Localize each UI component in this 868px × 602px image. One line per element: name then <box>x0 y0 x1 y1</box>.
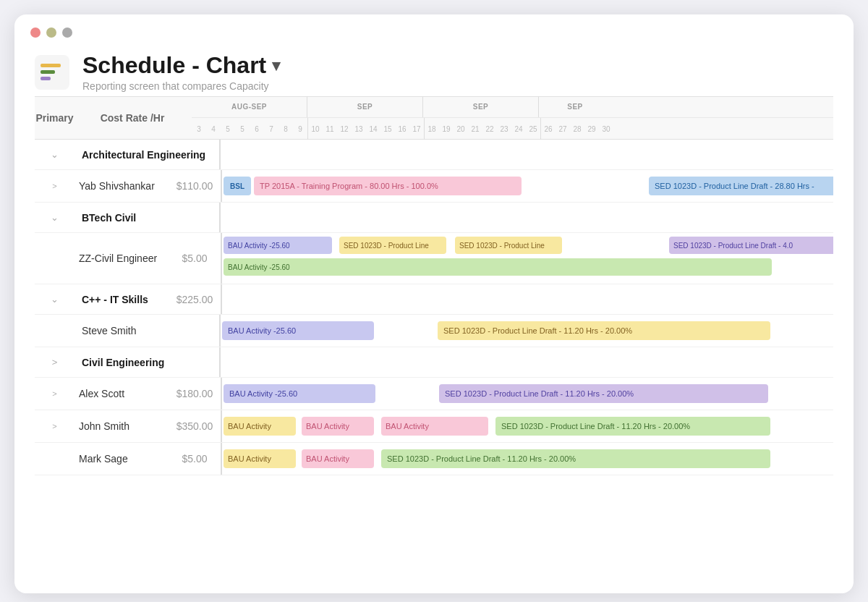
date-group-aug-sep: AUG-SEP <box>192 96 307 117</box>
group-row-cpp: ⌄ C++ - IT Skills $225.00 <box>35 284 833 315</box>
zz-chart: BAU Activity -25.60 SED 1023D - Product … <box>222 233 833 284</box>
yab-name: Yab Shivshankar <box>75 170 169 202</box>
civil-chevron[interactable]: > <box>35 347 75 377</box>
cpp-chevron[interactable]: ⌄ <box>35 284 75 314</box>
bar-sed-zz2[interactable]: SED 1023D - Product Line <box>339 237 446 254</box>
john-expand[interactable]: > <box>35 410 75 442</box>
person-row-mark: Mark Sage $5.00 BAU Activity BAU Activit… <box>35 443 833 475</box>
person-row-steve: Steve Smith BAU Activity -25.60 SED 1023… <box>35 315 833 347</box>
yab-chart: BSL TP 2015A - Training Program - 80.00 … <box>222 170 833 202</box>
cpp-chart <box>222 284 833 314</box>
date-8: 8 <box>278 125 293 133</box>
bar-sed-steve[interactable]: SED 1023D - Product Line Draft - 11.20 H… <box>438 321 770 340</box>
mark-cost: $5.00 <box>169 443 221 475</box>
yab-cost: $110.00 <box>169 170 221 202</box>
date-group-sep1: SEP <box>307 96 423 117</box>
header-cost: Cost Rate /Hr <box>75 112 190 124</box>
cpp-cost: $225.00 <box>169 284 221 314</box>
person-row-alex: > Alex Scott $180.00 BAU Activity -25.60… <box>35 378 833 410</box>
bar-bau-john2[interactable]: BAU Activity <box>302 417 374 436</box>
bar-bsl[interactable]: BSL <box>224 177 251 195</box>
civil-eng-name: Civil Engineering <box>75 347 219 377</box>
group-row-civil-eng: > Civil Engineering <box>35 347 833 378</box>
zz-cost: $5.00 <box>169 233 221 284</box>
bar-tp2015a[interactable]: TP 2015A - Training Program - 80.00 Hrs … <box>254 177 522 195</box>
arch-eng-chevron[interactable]: ⌄ <box>35 140 75 169</box>
icon-line-yellow <box>41 64 61 67</box>
page-subtitle: Reporting screen that compares Capacity <box>82 80 280 92</box>
date-group-sep3: SEP <box>539 96 611 117</box>
person-row-john: > John Smith $350.00 BAU Activity BAU Ac… <box>35 410 833 443</box>
zz-expand <box>35 233 75 284</box>
date-groups-row: AUG-SEP SEP SEP SEP <box>192 96 833 118</box>
bar-sed-alex[interactable]: SED 1023D - Product Line Draft - 11.20 H… <box>439 384 768 403</box>
btech-chevron[interactable]: ⌄ <box>35 203 75 232</box>
arch-eng-chart <box>221 140 833 169</box>
icon-line-green <box>41 70 55 74</box>
john-chart: BAU Activity BAU Activity BAU Activity S… <box>222 410 833 442</box>
person-row-zz: ZZ-Civil Engineer $5.00 BAU Activity -25… <box>35 233 833 284</box>
cpp-name: C++ - IT Skills <box>75 284 169 314</box>
table-body: ⌄ Architectural Engineering > Yab Shivsh… <box>35 140 833 475</box>
person-row-yab: > Yab Shivshankar $110.00 BSL TP 2015A -… <box>35 170 833 203</box>
steve-chart: BAU Activity -25.60 SED 1023D - Product … <box>221 315 833 347</box>
page-title: Schedule - Chart ▾ <box>82 52 280 79</box>
bar-bau-mark1[interactable]: BAU Activity <box>224 449 296 468</box>
bar-bau-zz-row2[interactable]: BAU Activity -25.60 <box>224 258 772 276</box>
bar-sed-zz3[interactable]: SED 1023D - Product Line <box>455 237 562 254</box>
header-primary: Primary <box>35 112 75 124</box>
alex-name: Alex Scott <box>75 378 169 410</box>
alex-chart: BAU Activity -25.60 SED 1023D - Product … <box>222 378 833 410</box>
date-3: 3 <box>192 125 206 133</box>
date-7: 7 <box>264 125 278 133</box>
bar-sed-john[interactable]: SED 1023D - Product Line Draft - 11.20 H… <box>495 417 770 436</box>
bar-bau-steve[interactable]: BAU Activity -25.60 <box>222 321 374 340</box>
app-header: Schedule - Chart ▾ Reporting screen that… <box>14 45 854 96</box>
alex-expand[interactable]: > <box>35 378 75 410</box>
john-cost: $350.00 <box>169 410 221 442</box>
group-row-arch-eng: ⌄ Architectural Engineering <box>35 140 833 170</box>
date-5a: 5 <box>221 125 235 133</box>
date-header: AUG-SEP SEP SEP SEP 3 4 5 5 6 7 8 <box>192 96 833 140</box>
steve-name: Steve Smith <box>75 315 219 347</box>
mark-name: Mark Sage <box>75 443 169 475</box>
steve-expand <box>35 315 75 347</box>
date-group-sep2: SEP <box>423 96 539 117</box>
john-name: John Smith <box>75 410 169 442</box>
zz-name: ZZ-Civil Engineer <box>75 233 169 284</box>
civil-chart <box>221 347 833 377</box>
date-numbers-row: 3 4 5 5 6 7 8 9 10 11 12 13 14 15 <box>192 118 833 140</box>
main-content: Primary Cost Rate /Hr AUG-SEP SEP SEP SE… <box>14 96 854 490</box>
mark-chart: BAU Activity BAU Activity SED 1023D - Pr… <box>222 443 833 475</box>
icon-line-purple <box>41 77 51 80</box>
app-window: Schedule - Chart ▾ Reporting screen that… <box>14 14 854 593</box>
minimize-dot[interactable] <box>46 27 56 38</box>
alex-cost: $180.00 <box>169 378 221 410</box>
bar-sed-zz4[interactable]: SED 1023D - Product Line Draft - 4.0 <box>669 237 833 254</box>
table-header: Primary Cost Rate /Hr AUG-SEP SEP SEP SE… <box>35 96 833 140</box>
bar-bau-john3[interactable]: BAU Activity <box>381 417 488 436</box>
maximize-dot[interactable] <box>62 27 72 38</box>
bar-sed1023d-yab[interactable]: SED 1023D - Product Line Draft - 28.80 H… <box>649 177 833 195</box>
arch-eng-name: Architectural Engineering <box>75 140 219 169</box>
bar-bau-alex[interactable]: BAU Activity -25.60 <box>224 384 375 403</box>
btech-chart <box>221 203 833 232</box>
close-dot[interactable] <box>30 27 41 38</box>
title-text: Schedule - Chart <box>82 52 266 79</box>
group-row-btech: ⌄ BTech Civil <box>35 203 833 233</box>
title-group: Schedule - Chart ▾ Reporting screen that… <box>82 52 280 92</box>
mark-expand <box>35 443 75 475</box>
app-icon <box>35 55 69 90</box>
yab-expand[interactable]: > <box>35 170 75 202</box>
bar-bau-mark2[interactable]: BAU Activity <box>302 449 374 468</box>
traffic-lights <box>14 14 854 45</box>
date-4: 4 <box>206 125 221 133</box>
date-6: 6 <box>250 125 264 133</box>
date-9: 9 <box>293 125 307 133</box>
bar-bau-john1[interactable]: BAU Activity <box>224 417 296 436</box>
btech-name: BTech Civil <box>75 203 219 232</box>
title-dropdown[interactable]: ▾ <box>272 56 280 75</box>
bar-sed-mark[interactable]: SED 1023D - Product Line Draft - 11.20 H… <box>381 449 770 468</box>
date-5b: 5 <box>235 125 250 133</box>
bar-bau-zz1[interactable]: BAU Activity -25.60 <box>224 237 332 254</box>
